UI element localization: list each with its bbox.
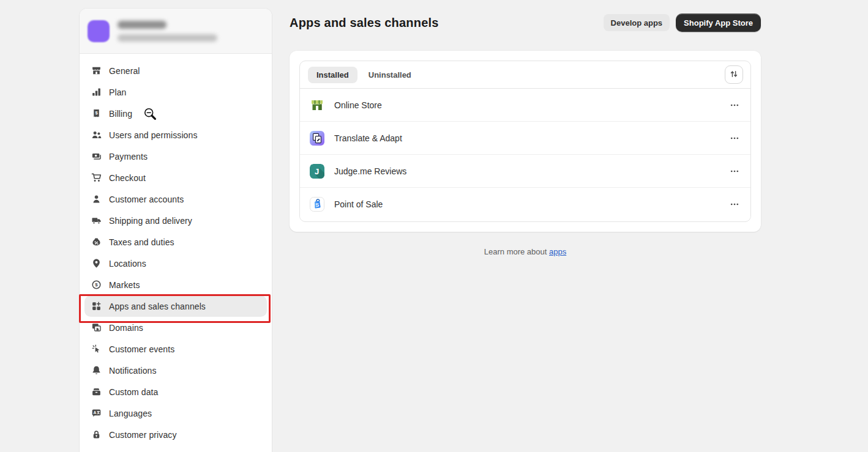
plan-chart-icon [91,87,102,97]
svg-text:$: $ [95,282,98,287]
point-of-sale-icon: S [310,197,324,212]
sidebar-item-notifications[interactable]: Notifications [84,360,267,381]
sidebar-item-markets[interactable]: $ Markets [84,274,267,295]
store-domain-redacted [118,34,217,42]
markets-globe-icon: $ [91,280,102,290]
judgeme-icon: J [310,164,324,179]
sidebar-item-customer-events[interactable]: Customer events [84,338,267,360]
main-header: Apps and sales channels Develop apps Sho… [290,13,761,32]
store-icon [91,65,102,76]
store-avatar [88,20,110,42]
sidebar-item-payments[interactable]: Payments [84,146,267,167]
sidebar-item-general[interactable]: General [84,60,267,81]
page-title: Apps and sales channels [290,16,439,30]
sidebar-item-billing[interactable]: $ Billing [84,103,267,124]
sidebar-item-users-and-permissions[interactable]: Users and permissions [84,124,267,146]
store-header[interactable] [80,9,272,54]
apps-grid-icon [91,301,102,311]
apps-list-box: Installed Uninstalled Online Store [299,61,751,222]
notification-bell-icon [91,365,102,376]
settings-sidebar: General Plan $ Billing Users and permiss… [80,9,272,452]
store-name-redacted [118,21,166,29]
learn-more-label: Learn more about [484,247,547,256]
taxes-percent-icon [91,237,102,247]
app-row-online-store: Online Store [300,89,750,122]
location-pin-icon [91,258,102,269]
privacy-lock-icon [91,429,102,440]
apps-card: Installed Uninstalled Online Store [290,51,761,232]
settings-nav: General Plan $ Billing Users and permiss… [80,54,272,451]
languages-translate-icon: A [91,408,102,418]
app-menu-button[interactable] [728,164,741,179]
domains-window-icon [91,322,102,333]
translate-adapt-icon [310,131,324,146]
shopify-settings-page: General Plan $ Billing Users and permiss… [0,0,868,452]
header-actions: Develop apps Shopify App Store [604,13,761,32]
app-menu-button[interactable] [728,197,741,212]
sidebar-item-customer-accounts[interactable]: Customer accounts [84,188,267,210]
online-store-icon [310,98,324,113]
users-icon [91,130,102,140]
sidebar-item-custom-data[interactable]: Custom data [84,381,267,402]
app-row-judge-me-reviews: J Judge.me Reviews [300,155,750,188]
tab-uninstalled[interactable]: Uninstalled [360,67,420,83]
learn-more-text: Learn more about apps [290,247,761,256]
svg-text:J: J [315,167,319,176]
sidebar-item-taxes-and-duties[interactable]: Taxes and duties [84,231,267,253]
sidebar-item-plan[interactable]: Plan [84,81,267,103]
checkout-cart-icon [91,172,102,183]
payments-card-icon [91,151,102,161]
customer-person-icon [91,194,102,204]
tab-installed[interactable]: Installed [308,67,357,83]
app-menu-button[interactable] [728,98,741,113]
sidebar-item-apps-and-sales-channels[interactable]: Apps and sales channels [84,295,267,317]
shipping-truck-icon [91,215,102,226]
sidebar-item-languages[interactable]: A Languages [84,402,267,424]
shopify-app-store-button[interactable]: Shopify App Store [676,13,761,32]
svg-text:A: A [93,410,96,415]
app-row-translate-adapt: Translate & Adapt [300,122,750,155]
apps-link[interactable]: apps [549,247,566,256]
sort-button[interactable] [725,65,743,84]
billing-receipt-icon: $ [91,108,102,119]
sort-arrows-icon [729,69,739,81]
apps-list: Online Store Translate & Adapt J Ju [300,89,750,221]
app-row-point-of-sale: S Point of Sale [300,188,750,221]
store-meta [118,21,217,42]
sidebar-item-domains[interactable]: Domains [84,317,267,338]
app-menu-button[interactable] [728,131,741,146]
sidebar-item-shipping-and-delivery[interactable]: Shipping and delivery [84,210,267,231]
sidebar-item-customer-privacy[interactable]: Customer privacy [84,424,267,445]
develop-apps-button[interactable]: Develop apps [604,14,670,31]
sidebar-item-locations[interactable]: Locations [84,253,267,274]
cursor-events-icon [91,344,102,354]
custom-data-box-icon [91,387,102,397]
sidebar-item-checkout[interactable]: Checkout [84,167,267,188]
tabs-row: Installed Uninstalled [300,61,750,89]
